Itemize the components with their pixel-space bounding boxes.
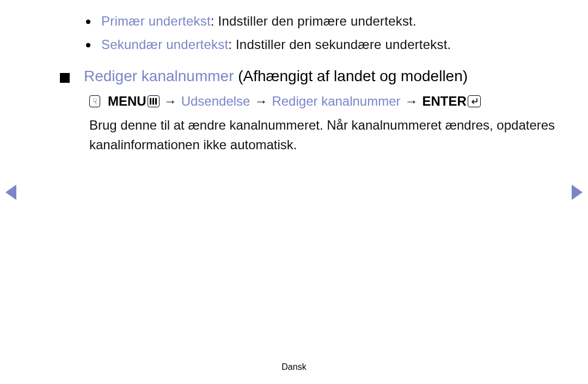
bullet-icon xyxy=(86,20,90,24)
prev-page-arrow[interactable] xyxy=(5,185,16,200)
menu-icon xyxy=(148,95,160,107)
list-item: Sekundær undertekst: Indstiller den seku… xyxy=(86,35,555,54)
hand-icon: ☟ xyxy=(89,95,100,107)
menu-label: MENU xyxy=(108,94,146,109)
heading-text: Rediger kanalnummer (Afhængigt af landet… xyxy=(84,66,468,86)
heading-blue: Rediger kanalnummer xyxy=(84,68,234,84)
heading-black: (Afhængigt af landet og modellen) xyxy=(234,68,468,84)
enter-label: ENTER xyxy=(422,94,467,109)
path-item: Udsendelse xyxy=(181,94,250,109)
square-bullet-icon xyxy=(60,73,70,83)
section: Rediger kanalnummer (Afhængigt af landet… xyxy=(60,66,555,155)
path-item: Rediger kanalnummer xyxy=(272,94,400,109)
footer-language: Dansk xyxy=(0,362,588,372)
arrow-sep: → xyxy=(250,94,272,109)
section-heading: Rediger kanalnummer (Afhængigt af landet… xyxy=(60,66,555,86)
document-page: Primær undertekst: Indstiller den primær… xyxy=(0,0,588,384)
list-item: Primær undertekst: Indstiller den primær… xyxy=(86,12,555,31)
enter-icon xyxy=(468,95,481,107)
arrow-sep: → xyxy=(160,94,181,109)
next-page-arrow[interactable] xyxy=(572,185,583,200)
menu-path: ☟ MENU → Udsendelse → Rediger kanalnumme… xyxy=(89,94,555,109)
bullet-list: Primær undertekst: Indstiller den primær… xyxy=(86,12,555,54)
bullet-desc: : Indstiller den sekundære undertekst. xyxy=(228,37,451,52)
bullet-text: Primær undertekst: Indstiller den primær… xyxy=(101,12,416,31)
body-paragraph: Brug denne til at ændre kanalnummeret. N… xyxy=(89,115,555,155)
arrow-sep: → xyxy=(401,94,422,109)
bullet-desc: : Indstiller den primære undertekst. xyxy=(211,14,416,28)
bullet-icon xyxy=(86,43,90,47)
bullet-text: Sekundær undertekst: Indstiller den seku… xyxy=(101,35,451,54)
bullet-term: Primær undertekst xyxy=(101,14,211,28)
bullet-term: Sekundær undertekst xyxy=(101,37,228,52)
